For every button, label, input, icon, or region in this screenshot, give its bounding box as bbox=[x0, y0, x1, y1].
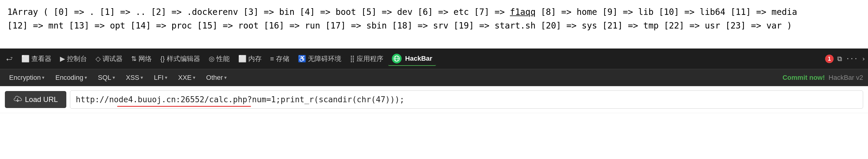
hackbar-toolbar: Encryption ▾ Encoding ▾ SQL ▾ XSS ▾ LFI … bbox=[0, 69, 868, 86]
accessibility-icon: ♿ bbox=[298, 55, 306, 63]
xss-menu[interactable]: XSS ▾ bbox=[122, 72, 147, 83]
devtools-inspector[interactable]: ⬜ 查看器 bbox=[18, 52, 55, 65]
lfi-chevron-icon: ▾ bbox=[165, 75, 167, 80]
devtools-performance[interactable]: ◎ 性能 bbox=[205, 52, 234, 65]
window-controls[interactable]: ⧉ bbox=[837, 55, 842, 63]
url-input-wrapper bbox=[70, 90, 863, 109]
devtools-memory[interactable]: ⬜ 内存 bbox=[235, 52, 265, 65]
devtools-bar: ⮐ ⬜ 查看器 ▶ 控制台 ◇ 调试器 ⇅ 网络 {} 样式编辑器 ◎ 性能 ⬜… bbox=[0, 48, 868, 69]
memory-icon: ⬜ bbox=[238, 55, 246, 63]
devtools-cursor[interactable]: ⮐ bbox=[2, 53, 17, 65]
xxe-menu[interactable]: XXE ▾ bbox=[174, 72, 199, 83]
load-url-label: Load URL bbox=[25, 95, 58, 104]
encryption-chevron-icon: ▾ bbox=[42, 75, 44, 80]
console-icon: ▶ bbox=[60, 55, 65, 63]
close-devtools-icon[interactable]: › bbox=[862, 55, 866, 63]
devtools-style-editor[interactable]: {} 样式编辑器 bbox=[157, 52, 204, 65]
other-menu[interactable]: Other ▾ bbox=[202, 72, 231, 83]
encoding-menu[interactable]: Encoding ▾ bbox=[51, 72, 91, 83]
devtools-network[interactable]: ⇅ 网络 bbox=[127, 52, 155, 65]
other-chevron-icon: ▾ bbox=[224, 75, 227, 80]
hackbar-toolbar-right: Commit now! HackBar v2 bbox=[782, 74, 863, 82]
hackbar-version-label: HackBar v2 bbox=[829, 74, 863, 82]
apps-icon: ⣿ bbox=[350, 55, 355, 63]
network-icon: ⇅ bbox=[131, 55, 136, 63]
error-badge: 1 bbox=[825, 54, 834, 63]
style-editor-icon: {} bbox=[160, 55, 165, 63]
xss-chevron-icon: ▾ bbox=[141, 75, 143, 80]
load-url-cloud-icon bbox=[13, 95, 22, 104]
encoding-chevron-icon: ▾ bbox=[85, 75, 87, 80]
devtools-console[interactable]: ▶ 控制台 bbox=[56, 52, 91, 65]
devtools-storage[interactable]: ≡ 存储 bbox=[267, 52, 293, 65]
sql-menu[interactable]: SQL ▾ bbox=[94, 72, 119, 83]
devtools-debugger[interactable]: ◇ 调试器 bbox=[92, 52, 126, 65]
cursor-icon: ⮐ bbox=[6, 55, 13, 63]
xxe-chevron-icon: ▾ bbox=[193, 75, 195, 80]
output-line1: 1Array ( [0] => . [1] => .. [2] => .dock… bbox=[7, 5, 861, 19]
url-bar-area: Load URL bbox=[0, 86, 868, 113]
devtools-right-actions: 1 ⧉ ··· › bbox=[825, 54, 866, 63]
url-underline-highlight bbox=[117, 106, 251, 107]
hackbar-globe-icon bbox=[392, 54, 402, 64]
storage-icon: ≡ bbox=[270, 55, 274, 63]
devtools-apps[interactable]: ⣿ 应用程序 bbox=[346, 52, 387, 65]
performance-icon: ◎ bbox=[209, 55, 215, 63]
encryption-menu[interactable]: Encryption ▾ bbox=[5, 72, 49, 83]
output-area: 1Array ( [0] => . [1] => .. [2] => .dock… bbox=[0, 0, 868, 48]
more-menu-button[interactable]: ··· bbox=[846, 55, 858, 63]
devtools-hackbar[interactable]: HackBar bbox=[388, 52, 436, 66]
debugger-icon: ◇ bbox=[96, 55, 101, 63]
commit-now-button[interactable]: Commit now! bbox=[782, 74, 825, 82]
output-line2: [12] => mnt [13] => opt [14] => proc [15… bbox=[7, 19, 861, 33]
sql-chevron-icon: ▾ bbox=[113, 75, 115, 80]
inspector-icon: ⬜ bbox=[21, 55, 30, 63]
load-url-button[interactable]: Load URL bbox=[5, 91, 66, 108]
devtools-accessibility[interactable]: ♿ 无障碍环境 bbox=[294, 52, 345, 65]
lfi-menu[interactable]: LFI ▾ bbox=[150, 72, 172, 83]
